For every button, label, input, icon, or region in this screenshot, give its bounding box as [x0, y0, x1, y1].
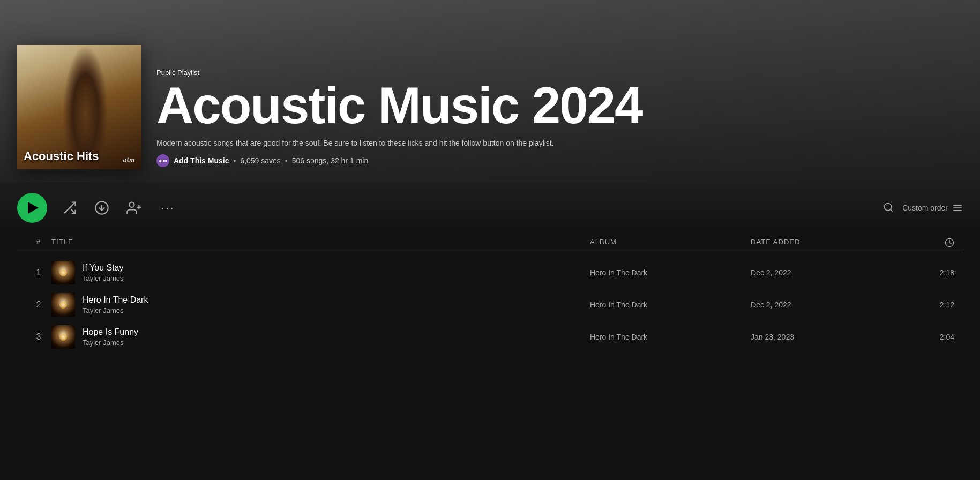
meta-dot-2: •: [285, 156, 288, 165]
track-duration: 2:04: [911, 333, 954, 341]
table-row[interactable]: 2 Hero In The Dark Tayler James Hero In …: [17, 289, 963, 321]
search-button[interactable]: [883, 202, 894, 214]
track-name: Hero In The Dark: [83, 295, 148, 305]
track-thumbnail: [51, 261, 75, 284]
download-button[interactable]: [92, 198, 111, 218]
hero-info: Public Playlist Acoustic Music 2024 Mode…: [156, 69, 963, 169]
meta-dot-1: •: [233, 156, 236, 165]
track-date: Jan 23, 2023: [751, 333, 911, 341]
controls-section: ··· Custom order: [0, 182, 980, 234]
track-info: Hero In The Dark Tayler James: [51, 293, 590, 317]
table-row[interactable]: 3 Hope Is Funny Tayler James Hero In The…: [17, 321, 963, 353]
track-thumb-art: [51, 325, 75, 349]
track-artist: Tayler James: [83, 274, 124, 282]
track-thumb-glow: [59, 301, 67, 309]
author-avatar: atm: [156, 154, 169, 167]
playlist-title: Acoustic Music 2024: [156, 81, 963, 130]
track-text: Hero In The Dark Tayler James: [83, 295, 148, 314]
track-album: Hero In The Dark: [590, 268, 751, 277]
search-icon: [883, 202, 894, 213]
track-artist: Tayler James: [83, 339, 138, 347]
track-text: If You Stay Tayler James: [83, 263, 124, 282]
playlist-cover-art: Acoustic Hits atm: [17, 45, 141, 169]
playlist-type-label: Public Playlist: [156, 69, 963, 77]
svg-point-4: [129, 202, 134, 207]
list-order-icon: [952, 204, 963, 212]
table-header: # Title Album Date added: [17, 234, 963, 252]
track-date: Dec 2, 2022: [751, 301, 911, 309]
track-list-section: # Title Album Date added 1 If You Stay T…: [0, 234, 980, 353]
play-icon: [28, 202, 39, 214]
hero-section: Acoustic Hits atm Public Playlist Acoust…: [0, 0, 980, 182]
track-duration: 2:12: [911, 301, 954, 309]
header-duration: [911, 238, 954, 248]
hero-content: Acoustic Hits atm Public Playlist Acoust…: [17, 45, 963, 169]
track-thumb-glow: [59, 269, 67, 276]
track-date: Dec 2, 2022: [751, 268, 911, 277]
clock-icon: [945, 238, 954, 248]
header-num: #: [26, 238, 51, 248]
track-number: 2: [26, 300, 51, 310]
custom-order-label: Custom order: [902, 204, 948, 212]
table-row[interactable]: 1 If You Stay Tayler James Hero In The D…: [17, 257, 963, 289]
track-thumb-art: [51, 293, 75, 317]
play-button[interactable]: [17, 193, 47, 223]
playlist-meta: atm Add This Music • 6,059 saves • 506 s…: [156, 154, 963, 167]
playlist-stats: 506 songs, 32 hr 1 min: [292, 156, 368, 165]
track-duration: 2:18: [911, 268, 954, 277]
track-info: If You Stay Tayler James: [51, 261, 590, 284]
header-album: Album: [590, 238, 751, 248]
shuffle-button[interactable]: [60, 198, 79, 218]
track-text: Hope Is Funny Tayler James: [83, 327, 138, 347]
track-album: Hero In The Dark: [590, 333, 751, 341]
track-thumbnail: [51, 325, 75, 349]
album-art-logo: atm: [123, 156, 135, 163]
saves-count: 6,059 saves: [240, 156, 281, 165]
track-artist: Tayler James: [83, 306, 148, 314]
header-date: Date added: [751, 238, 911, 248]
download-icon: [94, 200, 109, 215]
track-number: 3: [26, 332, 51, 342]
track-album: Hero In The Dark: [590, 301, 751, 309]
svg-line-8: [891, 209, 893, 211]
track-number: 1: [26, 268, 51, 278]
album-art-title: Acoustic Hits: [24, 150, 99, 163]
more-options-button[interactable]: ···: [156, 198, 179, 218]
track-name: Hope Is Funny: [83, 327, 138, 337]
track-name: If You Stay: [83, 263, 124, 273]
add-user-icon: [126, 200, 141, 215]
track-thumb-glow: [59, 333, 67, 341]
shuffle-icon: [62, 200, 77, 215]
track-thumbnail: [51, 293, 75, 317]
add-user-button[interactable]: [124, 198, 144, 218]
playlist-description: Modern acoustic songs that are good for …: [156, 138, 639, 149]
author-name[interactable]: Add This Music: [174, 156, 229, 165]
track-thumb-art: [51, 261, 75, 284]
custom-order-button[interactable]: Custom order: [902, 204, 963, 212]
header-title: Title: [51, 238, 590, 248]
track-info: Hope Is Funny Tayler James: [51, 325, 590, 349]
controls-right: Custom order: [883, 202, 963, 214]
